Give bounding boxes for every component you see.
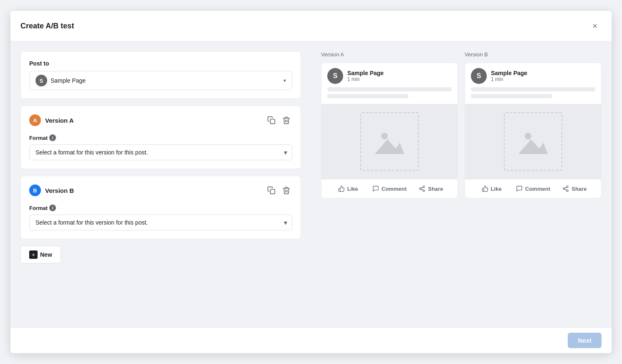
preview-a-column: Version A S Sample Page 1 min [321, 51, 458, 317]
preview-b-content [465, 87, 601, 104]
preview-a-image-placeholder [360, 112, 419, 171]
new-version-button[interactable]: + New [20, 246, 61, 263]
preview-b-like-button[interactable]: Like [471, 183, 512, 195]
svg-point-6 [420, 188, 421, 190]
version-b-header: B Version B [29, 185, 292, 196]
preview-b-label: Version B [465, 51, 602, 58]
create-ab-test-modal: Create A/B test × Post to S Sample Page … [10, 11, 612, 353]
svg-rect-1 [271, 190, 275, 194]
next-button[interactable]: Next [568, 333, 602, 348]
preview-b-post-info: Sample Page 1 min [491, 70, 527, 82]
right-panel: Version A S Sample Page 1 min [311, 41, 612, 327]
version-a-title-row: A Version A [29, 114, 74, 126]
version-b-badge: B [29, 185, 41, 196]
modal-footer: Next [10, 327, 612, 353]
version-b-format-label: Format i [29, 205, 292, 211]
preview-a-like-label: Like [347, 186, 358, 192]
preview-a-line-1 [327, 87, 452, 91]
svg-point-5 [423, 186, 425, 187]
preview-b-column: Version B S Sample Page 1 min [465, 51, 602, 317]
preview-b-line-1 [471, 87, 595, 91]
svg-rect-0 [271, 119, 275, 124]
version-a-delete-button[interactable] [281, 114, 292, 126]
preview-b-line-2 [471, 94, 552, 98]
version-a-format-select[interactable]: Select a format for this version for thi… [29, 144, 292, 160]
format-a-info-icon: i [49, 134, 56, 141]
new-version-plus-icon: + [29, 250, 38, 259]
post-to-card: Post to S Sample Page ▾ [20, 51, 301, 99]
svg-marker-12 [518, 139, 548, 154]
svg-point-15 [566, 190, 568, 192]
left-panel: Post to S Sample Page ▾ A Version A [10, 41, 311, 327]
preview-a-avatar: S [327, 68, 343, 84]
svg-line-9 [421, 187, 423, 188]
svg-line-8 [421, 189, 423, 190]
modal-header: Create A/B test × [10, 11, 612, 41]
preview-b-comment-label: Comment [525, 186, 550, 192]
version-a-card: A Version A For [20, 106, 301, 169]
svg-marker-4 [375, 139, 404, 154]
preview-b-like-label: Like [491, 186, 502, 192]
page-icon: S [35, 75, 47, 86]
version-b-delete-button[interactable] [281, 185, 292, 196]
page-select-wrapper: S Sample Page ▾ [29, 71, 292, 90]
preview-a-image [321, 104, 458, 179]
version-a-copy-button[interactable] [265, 114, 277, 126]
preview-a-share-button[interactable]: Share [410, 183, 452, 195]
version-a-format-label: Format i [29, 134, 292, 141]
preview-b-card: S Sample Page 1 min [465, 63, 602, 198]
preview-b-page-name: Sample Page [491, 70, 527, 76]
version-b-name: Version B [45, 187, 74, 194]
version-b-format-select[interactable]: Select a format for this version for thi… [29, 215, 292, 230]
preview-a-post-info: Sample Page 1 min [347, 70, 384, 82]
preview-a-like-button[interactable]: Like [327, 183, 369, 195]
preview-b-share-button[interactable]: Share [554, 183, 595, 195]
version-a-badge: A [29, 114, 41, 126]
new-version-label: New [40, 251, 52, 258]
version-a-format-select-wrap: Select a format for this version for thi… [29, 144, 292, 160]
svg-point-7 [423, 190, 425, 192]
preview-a-page-name: Sample Page [347, 70, 384, 76]
preview-a-line-2 [327, 94, 408, 98]
preview-b-actions: Like Comment Share [465, 179, 601, 198]
preview-a-time: 1 min [347, 76, 384, 82]
modal-body: Post to S Sample Page ▾ A Version A [10, 41, 612, 327]
version-b-title-row: B Version B [29, 185, 74, 196]
preview-a-comment-button[interactable]: Comment [369, 183, 410, 195]
close-button[interactable]: × [588, 19, 602, 33]
dropdown-arrow-icon: ▾ [283, 78, 286, 83]
version-a-header: A Version A [29, 114, 292, 126]
preview-a-label: Version A [321, 51, 458, 58]
modal-title: Create A/B test [20, 22, 74, 30]
version-b-card: B Version B Format i [20, 176, 301, 239]
preview-a-content [321, 87, 458, 104]
preview-b-share-label: Share [571, 186, 587, 192]
post-to-label: Post to [29, 60, 292, 67]
svg-point-2 [381, 133, 388, 139]
preview-a-actions: Like Comment Share [321, 179, 458, 198]
preview-a-post-header: S Sample Page 1 min [321, 63, 458, 87]
version-a-name: Version A [45, 117, 74, 124]
preview-a-share-label: Share [428, 186, 443, 192]
preview-b-image [465, 104, 601, 179]
version-a-actions [265, 114, 292, 126]
svg-point-13 [566, 186, 568, 187]
svg-line-17 [565, 187, 567, 188]
version-b-actions [265, 185, 292, 196]
preview-a-card: S Sample Page 1 min [321, 63, 458, 198]
version-b-format-select-wrap: Select a format for this version for thi… [29, 215, 292, 230]
svg-point-10 [525, 133, 531, 139]
preview-a-comment-label: Comment [382, 186, 407, 192]
preview-b-time: 1 min [491, 76, 527, 82]
format-b-info-icon: i [49, 205, 56, 211]
svg-line-16 [565, 189, 567, 190]
preview-b-avatar: S [471, 68, 487, 84]
preview-b-comment-button[interactable]: Comment [512, 183, 554, 195]
preview-b-image-placeholder [504, 112, 562, 171]
version-b-copy-button[interactable] [265, 185, 277, 196]
svg-point-14 [563, 188, 565, 190]
page-select[interactable]: Sample Page [51, 77, 283, 84]
preview-b-post-header: S Sample Page 1 min [465, 63, 601, 87]
